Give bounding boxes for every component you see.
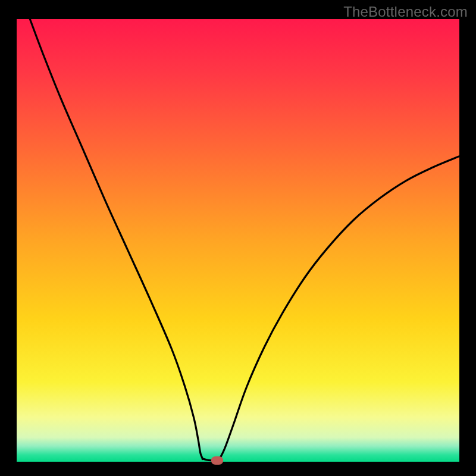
- chart-container: TheBottleneck.com: [0, 0, 476, 476]
- watermark-text: TheBottleneck.com: [343, 4, 468, 20]
- plot-area: [17, 19, 459, 462]
- optimum-marker: [211, 456, 223, 465]
- gradient-background: [17, 19, 459, 462]
- chart-svg: [17, 19, 459, 462]
